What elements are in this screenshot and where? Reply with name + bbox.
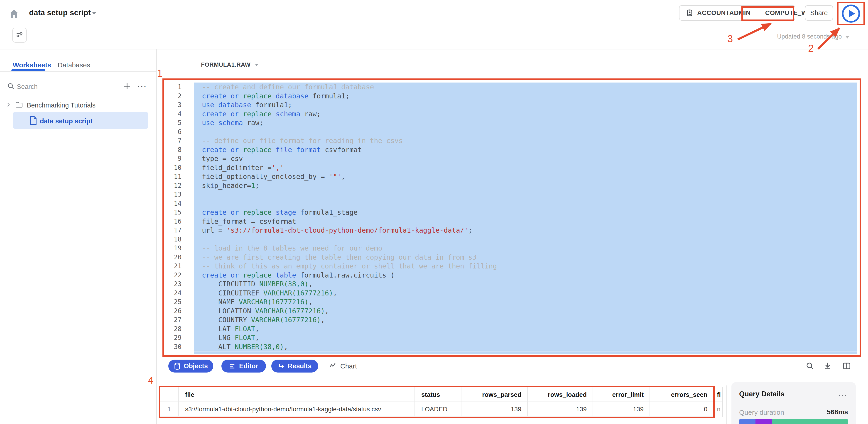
chevron-right-icon [5, 102, 11, 108]
column-header[interactable] [160, 387, 178, 402]
code-line: 19-- load in the 8 tables we need for ou… [164, 244, 860, 253]
folder-row[interactable]: Benchmarking Tutorials [5, 101, 95, 110]
sql-editor[interactable]: 1-- create and define our formula1 datab… [162, 78, 861, 357]
share-button[interactable]: Share [805, 5, 833, 21]
table-cell[interactable]: 139 [593, 402, 650, 417]
code-line: 23 CIRCUITID NUMBER(38,0), [164, 280, 860, 289]
table-cell[interactable]: 139 [461, 402, 527, 417]
query-duration-bar [739, 419, 848, 424]
tab-databases[interactable]: Databases [58, 61, 90, 69]
annotation-label-4: 4 [148, 374, 153, 386]
code-line: 3use database formula1; [164, 100, 860, 109]
column-header[interactable]: file [178, 387, 414, 402]
context-caret-down-icon [255, 64, 258, 66]
code-line: 10field_delimiter =',' [164, 163, 860, 172]
code-line: 26 LOCATION VARCHAR(16777216), [164, 306, 860, 316]
play-icon [849, 10, 855, 18]
new-worksheet-button[interactable] [123, 81, 132, 92]
clipped-column-header: fi [715, 387, 722, 402]
tab-chart[interactable]: Chart [329, 362, 357, 370]
code-line: 30 ALT NUMBER(38,0), [164, 343, 860, 352]
results-table[interactable]: filestatusrows_parsedrows_loadederror_li… [160, 387, 713, 417]
folder-icon [15, 101, 23, 110]
sidebar-item-label: data setup script [40, 118, 93, 125]
code-line: 13 [164, 190, 860, 199]
code-line: 7-- define our file format for reading i… [164, 136, 860, 145]
badge-icon [686, 9, 693, 17]
updated-timestamp[interactable]: Updated 8 seconds ago [771, 33, 849, 40]
filters-button[interactable] [12, 28, 27, 43]
tab-worksheets[interactable]: Worksheets [13, 61, 51, 69]
query-details-panel: Query Details ... Query duration 568ms [732, 382, 856, 424]
code-line: 17url = 's3://formula1-dbt-cloud-python-… [164, 226, 860, 235]
code-line: 2create or replace database formula1; [164, 92, 860, 101]
code-line: 8create or replace file format csvformat [164, 145, 860, 154]
query-details-menu-button[interactable]: ... [838, 388, 847, 398]
annotation-label-1: 1 [157, 68, 162, 79]
schema-context-label: FORMULA1.RAW [201, 61, 250, 68]
role-label: ACCOUNTADMIN [697, 9, 751, 17]
column-header[interactable]: rows_loaded [527, 387, 593, 402]
table-cell[interactable]: 1 [160, 402, 178, 417]
code-line: 28 LAT FLOAT, [164, 324, 860, 333]
title-caret-down-icon[interactable] [92, 12, 96, 14]
code-line: 21-- think of this as an empty container… [164, 262, 860, 271]
code-line: 16file_format = csvformat [164, 217, 860, 226]
code-line: 12skip_header=1; [164, 181, 860, 190]
clipped-column: fi n [715, 387, 722, 417]
clipped-column-value: n [715, 402, 722, 417]
annotation-label-2: 2 [808, 43, 813, 54]
schema-context-dropdown[interactable]: FORMULA1.RAW [201, 61, 259, 68]
database-icon [174, 363, 181, 370]
query-duration-value: 568ms [827, 408, 848, 416]
run-button[interactable] [842, 4, 860, 23]
table-cell[interactable]: 0 [650, 402, 713, 417]
document-icon [29, 116, 38, 126]
duration-bar-segment [772, 419, 848, 424]
code-line: 11field_optionally_enclosed_by = '"', [164, 172, 860, 181]
search-results-button[interactable] [805, 361, 815, 371]
code-line: 9type = csv [164, 154, 860, 163]
code-line: 29 LNG FLOAT, [164, 333, 860, 343]
code-line: 15create or replace stage formula1_stage [164, 208, 860, 217]
split-columns-button[interactable] [842, 361, 852, 371]
active-tab-underline [11, 69, 45, 71]
query-details-title: Query Details [739, 390, 784, 398]
column-header[interactable]: error_limit [593, 387, 650, 402]
sidebar-divider [156, 50, 157, 424]
search-icon [7, 82, 15, 91]
sidebar-more-button[interactable]: ⋯ [137, 81, 147, 92]
code-line: 14-- [164, 199, 860, 208]
column-header[interactable]: status [414, 387, 461, 402]
code-line: 27 COUNTRY VARCHAR(16777216), [164, 316, 860, 324]
duration-bar-segment [739, 419, 755, 424]
code-line: 18 [164, 235, 860, 244]
code-line: 24 CIRCUITREF VARCHAR(16777216), [164, 289, 860, 298]
objects-button[interactable]: Objects [168, 360, 213, 372]
table-cell[interactable]: 139 [527, 402, 593, 417]
column-header[interactable]: errors_seen [650, 387, 713, 402]
annotation-label-3: 3 [727, 33, 733, 44]
code-line: 4create or replace schema raw; [164, 109, 860, 119]
selection-overflow-strip [194, 352, 857, 354]
context-selector[interactable]: ACCOUNTADMIN COMPUTE_WH [679, 5, 795, 21]
results-button[interactable]: Results [271, 360, 318, 372]
table-cell[interactable]: LOADED [414, 402, 461, 417]
annotation-arrow-3 [738, 24, 771, 39]
editor-button[interactable]: Editor [221, 360, 266, 372]
updated-caret-down-icon [845, 36, 849, 38]
column-header[interactable]: rows_parsed [461, 387, 527, 402]
page-title: data setup script [29, 8, 91, 17]
code-line: 20-- we are first creating the table the… [164, 253, 860, 262]
home-icon[interactable] [9, 8, 20, 19]
query-panel-divider [726, 386, 727, 424]
code-line: 1-- create and define our formula1 datab… [164, 83, 860, 92]
folder-label: Benchmarking Tutorials [27, 102, 95, 109]
table-cell[interactable]: s3://formula1-dbt-cloud-python-demo/form… [178, 402, 414, 417]
sliders-icon [15, 30, 24, 40]
download-results-button[interactable] [823, 361, 833, 371]
search-input[interactable]: Search [17, 83, 38, 91]
editor-lines-icon [229, 363, 236, 369]
code-line: 5use schema raw; [164, 118, 860, 127]
chart-zigzag-icon [329, 362, 337, 370]
